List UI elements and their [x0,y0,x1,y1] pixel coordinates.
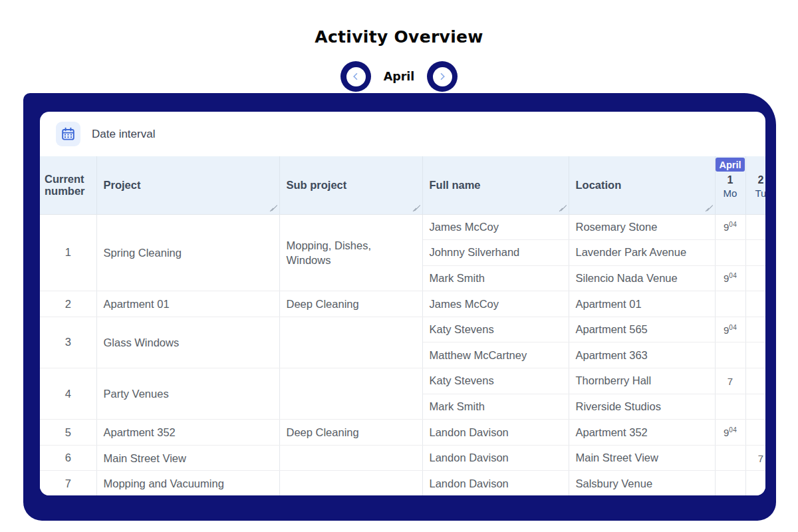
location-cell: Thornberry Hall [569,368,715,394]
current-month-label: April [381,70,417,83]
column-header-project: Project [96,156,279,214]
day-cell-1[interactable]: 904 [715,317,745,342]
column-header-sub-project: Sub project [279,156,422,214]
location-cell: Riverside Studios [569,394,715,420]
full-name-cell: James McCoy [422,291,569,317]
day-cell-1[interactable] [715,445,745,471]
date-interval-label: Date interval [92,128,155,141]
activity-card: Date interval Current number Project Sub… [40,112,765,495]
table-header-row: Current number Project Sub project Full … [40,156,765,214]
next-month-button[interactable] [427,61,458,92]
sub-project-cell [279,471,422,495]
location-cell: Main Street View [569,445,715,471]
location-cell: Rosemary Stone [569,214,715,240]
sub-project-cell [279,368,422,420]
project-cell: Main Street View [96,445,279,471]
full-name-cell: James McCoy [422,214,569,240]
column-header-location: Location [569,156,715,214]
calendar-icon [61,127,75,141]
day-cell-2[interactable] [745,394,765,420]
column-resize-handle[interactable] [412,204,420,212]
project-cell: Apartment 352 [96,420,279,446]
table-row: 5 Apartment 352 Deep Cleaning Landon Dav… [40,420,765,446]
current-number-cell: 4 [40,368,96,420]
activity-table: Current number Project Sub project Full … [40,156,765,495]
day-cell-2[interactable] [745,420,765,446]
sub-project-cell [279,317,422,368]
location-cell: Silencio Nada Venue [569,265,715,291]
card-toolbar: Date interval [40,112,765,156]
project-cell: Party Venues [96,368,279,420]
day-cell-2[interactable] [745,342,765,368]
day-cell-2[interactable] [745,214,765,240]
table-row: 6 Main Street View Landon Davison Main S… [40,445,765,471]
full-name-cell: Landon Davison [422,445,569,471]
previous-month-button[interactable] [340,61,371,92]
column-header-day-1: April 1 Mo [715,156,745,214]
column-resize-handle[interactable] [559,204,567,212]
activity-panel: Date interval Current number Project Sub… [23,93,776,521]
day-cell-1[interactable]: 904 [715,265,745,291]
full-name-cell: Matthew McCartney [422,342,569,368]
location-cell: Apartment 363 [569,342,715,368]
day-cell-1[interactable]: 7 [715,368,745,394]
current-number-cell: 1 [40,214,96,291]
project-cell: Apartment 01 [96,291,279,317]
full-name-cell: Katy Stevens [422,317,569,342]
current-number-cell: 5 [40,420,96,446]
project-cell: Spring Cleaning [96,214,279,291]
table-row: 7 Mopping and Vacuuming Landon Davison S… [40,471,765,495]
table-row: 4 Party Venues Katy Stevens Thornberry H… [40,368,765,394]
chevron-right-icon [438,72,445,80]
current-number-cell: 7 [40,471,96,495]
table-row: 1 Spring Cleaning Mopping, Dishes, Windo… [40,214,765,240]
column-header-current-number: Current number [40,156,96,214]
current-number-cell: 6 [40,445,96,471]
page-title: Activity Overview [0,27,798,47]
chevron-left-icon [353,72,360,80]
day-cell-1[interactable] [715,240,745,266]
full-name-cell: Mark Smith [422,265,569,291]
sub-project-cell: Mopping, Dishes, Windows [279,214,422,291]
sub-project-cell: Deep Cleaning [279,420,422,446]
column-header-day-2: 2 Tu [745,156,765,214]
table-row: 3 Glass Windows Katy Stevens Apartment 5… [40,317,765,342]
location-cell: Apartment 352 [569,420,715,446]
column-resize-handle[interactable] [705,204,713,212]
table-row: 2 Apartment 01 Deep Cleaning James McCoy… [40,291,765,317]
sub-project-cell [279,445,422,471]
full-name-cell: Katy Stevens [422,368,569,394]
day-cell-1[interactable] [715,342,745,368]
full-name-cell: Landon Davison [422,471,569,495]
day-cell-2[interactable] [745,291,765,317]
location-cell: Apartment 565 [569,317,715,342]
day-cell-2[interactable] [745,317,765,342]
current-number-cell: 2 [40,291,96,317]
current-number-cell: 3 [40,317,96,368]
month-navigation: April [0,61,798,92]
project-cell: Mopping and Vacuuming [96,471,279,495]
full-name-cell: Mark Smith [422,394,569,420]
day-cell-1[interactable]: 904 [715,214,745,240]
location-cell: Salsbury Venue [569,471,715,495]
day-cell-1[interactable]: 904 [715,420,745,446]
day-cell-2[interactable] [745,368,765,394]
day-cell-1[interactable] [715,291,745,317]
day-cell-2[interactable] [745,471,765,495]
sub-project-cell: Deep Cleaning [279,291,422,317]
full-name-cell: Landon Davison [422,420,569,446]
full-name-cell: Johnny Silverhand [422,240,569,266]
day-cell-2[interactable]: 7 [745,445,765,471]
month-badge: April [716,158,745,172]
day-cell-1[interactable] [715,394,745,420]
date-interval-button[interactable] [56,122,80,146]
day-cell-2[interactable] [745,240,765,266]
day-cell-1[interactable] [715,471,745,495]
day-cell-2[interactable] [745,265,765,291]
column-resize-handle[interactable] [269,204,277,212]
location-cell: Apartment 01 [569,291,715,317]
project-cell: Glass Windows [96,317,279,368]
column-header-full-name: Full name [422,156,569,214]
location-cell: Lavender Park Avenue [569,240,715,266]
